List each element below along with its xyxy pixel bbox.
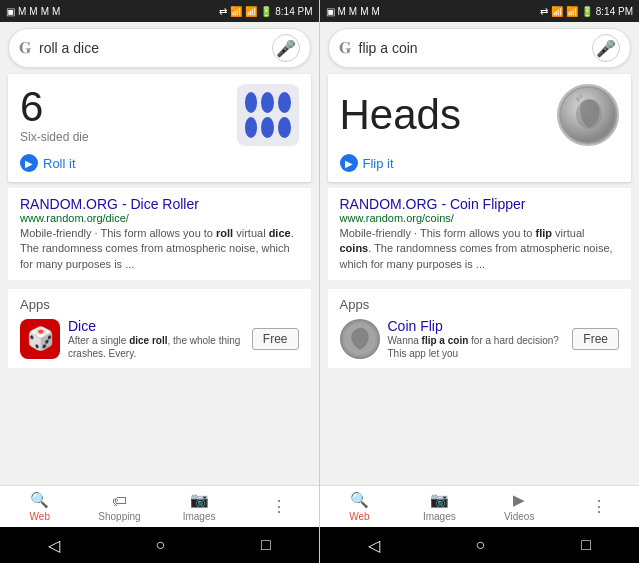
- nav-images-left[interactable]: 📷 Images: [159, 491, 239, 522]
- mic-button-right[interactable]: 🎤: [592, 34, 620, 62]
- videos-label-right: Videos: [504, 511, 534, 522]
- recents-button-left[interactable]: □: [261, 536, 271, 554]
- wifi-icon-r: 📶: [551, 6, 563, 17]
- dice-result-card: 6 Six-sided die ▶ Roll it: [8, 74, 311, 182]
- gmail-icon4: M: [52, 6, 60, 17]
- web-icon-left: 🔍: [30, 491, 49, 509]
- nav-web-right[interactable]: 🔍 Web: [320, 491, 400, 522]
- dice-result-info: 6 Six-sided die: [20, 86, 89, 144]
- gmail-icon2: M: [29, 6, 37, 17]
- result-title-left[interactable]: RANDOM.ORG - Dice Roller: [20, 196, 299, 212]
- web-label-right: Web: [349, 511, 369, 522]
- coin-app-svg: [340, 319, 380, 359]
- dice-app-info: Dice After a single dice roll, the whole…: [68, 318, 244, 360]
- gmail-icon-r3: M: [360, 6, 368, 17]
- nav-videos-right[interactable]: ▶ Videos: [479, 491, 559, 522]
- roll-button[interactable]: ▶ Roll it: [20, 154, 299, 172]
- nav-more-right[interactable]: ⋮: [559, 497, 639, 516]
- sync-icon: ⇄: [219, 6, 227, 17]
- dot1: [245, 92, 258, 113]
- status-bar-left: ▣ M M M M ⇄ 📶 📶 🔋 8:14 PM: [0, 0, 319, 22]
- web-label-left: Web: [30, 511, 50, 522]
- mic-button-left[interactable]: 🎤: [272, 34, 300, 62]
- result-title-right[interactable]: RANDOM.ORG - Coin Flipper: [340, 196, 620, 212]
- search-result-right: RANDOM.ORG - Coin Flipper www.random.org…: [328, 188, 632, 280]
- dice-result-main: 6 Six-sided die: [20, 84, 299, 146]
- signal-icon-r: 📶: [566, 6, 578, 17]
- result-desc-right: Mobile-friendly · This form allows you t…: [340, 226, 620, 272]
- coin-visual: [557, 84, 619, 146]
- home-button-left[interactable]: ○: [156, 536, 166, 554]
- apps-section-left: Apps 🎲 Dice After a single dice roll, th…: [8, 289, 311, 368]
- gmail-icon-r1: M: [338, 6, 346, 17]
- wifi-icon: 📶: [230, 6, 242, 17]
- carrier-icon-r: ▣: [326, 6, 335, 17]
- bottom-nav-left: 🔍 Web 🏷 Shopping 📷 Images ⋮: [0, 485, 319, 527]
- dice-app-desc: After a single dice roll, the whole thin…: [68, 334, 244, 360]
- dice-label: Six-sided die: [20, 130, 89, 144]
- dot6: [278, 117, 291, 138]
- sync-icon-r: ⇄: [540, 6, 548, 17]
- time-left: 8:14 PM: [275, 6, 312, 17]
- dice-free-button[interactable]: Free: [252, 328, 299, 350]
- gmail-icon3: M: [41, 6, 49, 17]
- images-label-right: Images: [423, 511, 456, 522]
- nav-more-left[interactable]: ⋮: [239, 497, 319, 516]
- dice-app-icon: 🎲: [20, 319, 60, 359]
- apps-label-right: Apps: [340, 297, 620, 312]
- battery-icon: 🔋: [260, 6, 272, 17]
- roll-icon: ▶: [20, 154, 38, 172]
- web-icon-right: 🔍: [350, 491, 369, 509]
- back-button-left[interactable]: ◁: [48, 536, 60, 555]
- coin-app-info: Coin Flip Wanna flip a coin for a hard d…: [388, 318, 565, 360]
- url-base-right: www.random.org/: [340, 212, 426, 224]
- gmail-icon1: M: [18, 6, 26, 17]
- sys-nav-left: ◁ ○ □: [0, 527, 319, 563]
- coin-free-button[interactable]: Free: [572, 328, 619, 350]
- back-button-right[interactable]: ◁: [368, 536, 380, 555]
- nav-web-left[interactable]: 🔍 Web: [0, 491, 80, 522]
- dice-face: [237, 84, 299, 146]
- app-item-dice: 🎲 Dice After a single dice roll, the who…: [20, 318, 299, 360]
- url-path-left: dice/: [106, 212, 129, 224]
- result-desc-left: Mobile-friendly · This form allows you t…: [20, 226, 299, 272]
- flip-icon: ▶: [340, 154, 358, 172]
- dice-number: 6: [20, 86, 89, 128]
- dot4: [245, 117, 258, 138]
- status-icons-right: ⇄ 📶 📶 🔋 8:14 PM: [219, 6, 312, 17]
- status-icons-right-left: ▣ M M M M: [326, 6, 380, 17]
- result-url-left: www.random.org/dice/: [20, 212, 299, 224]
- nav-shopping-left[interactable]: 🏷 Shopping: [80, 492, 160, 522]
- more-icon-right: ⋮: [591, 497, 607, 516]
- result-url-right: www.random.org/coins/: [340, 212, 620, 224]
- apps-label-left: Apps: [20, 297, 299, 312]
- dot3: [278, 92, 291, 113]
- time-right: 8:14 PM: [596, 6, 633, 17]
- status-icons-left: ▣ M M M M: [6, 6, 60, 17]
- search-result-left: RANDOM.ORG - Dice Roller www.random.org/…: [8, 188, 311, 280]
- search-bar-right[interactable]: 𝐆 flip a coin 🎤: [328, 28, 632, 68]
- app-item-coin: Coin Flip Wanna flip a coin for a hard d…: [340, 318, 620, 360]
- flip-button[interactable]: ▶ Flip it: [340, 154, 620, 172]
- images-label-left: Images: [183, 511, 216, 522]
- divider-right: [328, 284, 632, 285]
- url-path-right: coins/: [425, 212, 454, 224]
- dice-app-name[interactable]: Dice: [68, 318, 244, 334]
- left-panel: ▣ M M M M ⇄ 📶 📶 🔋 8:14 PM 𝐆 roll a dice …: [0, 0, 320, 563]
- coin-app-name[interactable]: Coin Flip: [388, 318, 565, 334]
- flip-label: Flip it: [363, 156, 394, 171]
- apps-section-right: Apps Coin Flip Wanna flip a coin for a h…: [328, 289, 632, 368]
- images-icon-left: 📷: [190, 491, 209, 509]
- url-base-left: www.random.org/: [20, 212, 106, 224]
- coin-result-main: Heads: [340, 84, 620, 146]
- shopping-icon-left: 🏷: [112, 492, 127, 509]
- heads-text: Heads: [340, 91, 461, 139]
- right-panel: ▣ M M M M ⇄ 📶 📶 🔋 8:14 PM 𝐆 flip a coin …: [320, 0, 640, 563]
- battery-icon-r: 🔋: [581, 6, 593, 17]
- roll-label: Roll it: [43, 156, 76, 171]
- dot2: [261, 92, 274, 113]
- recents-button-right[interactable]: □: [581, 536, 591, 554]
- search-bar-left[interactable]: 𝐆 roll a dice 🎤: [8, 28, 311, 68]
- nav-images-right[interactable]: 📷 Images: [399, 491, 479, 522]
- home-button-right[interactable]: ○: [476, 536, 486, 554]
